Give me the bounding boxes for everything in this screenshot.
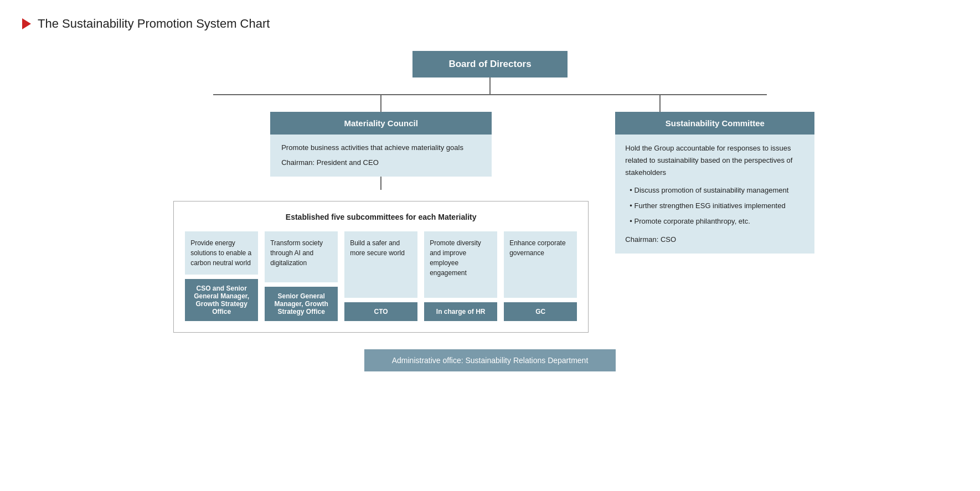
sc-bullet3-text: Promote corporate philanthropy, etc. [635, 217, 750, 225]
sc-bullet2: • Further strengthen ESG initiatives imp… [630, 200, 804, 212]
bullet2-dot: • [630, 201, 634, 210]
subcommittee-item-2: Build a safer and more secure worldCTO [344, 231, 417, 321]
materiality-council-header: Materiality Council [270, 112, 492, 135]
left-section: Materiality Council Promote business act… [158, 95, 604, 333]
subcommittee-desc-1: Transform society through AI and digital… [265, 231, 338, 282]
sustainability-committee-label: Sustainability Committee [666, 118, 765, 128]
board-of-directors-box: Board of Directors [412, 51, 568, 77]
sc-bullet1-text: Discuss promotion of sustainability mana… [635, 186, 789, 194]
page-title: The Sustainability Promotion System Char… [38, 17, 270, 31]
title-arrow-icon [22, 18, 31, 29]
materiality-council-label: Materiality Council [344, 118, 417, 128]
sc-bullet1: • Discuss promotion of sustainability ma… [630, 184, 804, 197]
sc-v-line-top [659, 95, 661, 112]
admin-office-box: Administrative office: Sustainability Re… [364, 349, 616, 371]
sc-desc-intro: Hold the Group accountable for responses… [625, 142, 804, 179]
mc-v-line-top [380, 95, 381, 112]
subcommittee-desc-3: Promote diversity and improve employee e… [424, 231, 497, 298]
bod-v-line [489, 77, 491, 94]
right-section: Sustainability Committee Hold the Group … [615, 95, 822, 254]
page-title-section: The Sustainability Promotion System Char… [22, 17, 958, 31]
materiality-desc-line1: Promote business activities that achieve… [281, 142, 481, 154]
subcommittee-role-2: CTO [344, 302, 417, 321]
sustainability-committee-desc: Hold the Group accountable for responses… [615, 135, 814, 254]
admin-box-wrapper: Administrative office: Sustainability Re… [22, 349, 958, 371]
subcommittee-desc-2: Build a safer and more secure world [344, 231, 417, 298]
sc-bullet3: • Promote corporate philanthropy, etc. [630, 215, 804, 228]
chart-container: Board of Directors Materiality Council P… [22, 51, 958, 371]
subcommittee-desc-0: Provide energy solutions to enable a car… [185, 231, 258, 275]
materiality-council-desc: Promote business activities that achieve… [270, 135, 492, 177]
mc-v-line-bottom [380, 177, 381, 190]
subcommittee-item-4: Enhance corporate governanceGC [504, 231, 577, 321]
sustainability-committee-header: Sustainability Committee [615, 112, 814, 135]
board-label: Board of Directors [448, 59, 531, 69]
h-split-line [213, 94, 767, 95]
bullet1-dot: • [630, 186, 634, 194]
subcommittee-role-3: In charge of HR [424, 302, 497, 321]
subcommittee-role-4: GC [504, 302, 577, 321]
subcommittee-item-3: Promote diversity and improve employee e… [424, 231, 497, 321]
sc-chairman: Chairman: CSO [625, 234, 804, 246]
subcommittee-desc-4: Enhance corporate governance [504, 231, 577, 298]
bullet3-dot: • [630, 217, 634, 225]
subcommittees-grid: Provide energy solutions to enable a car… [185, 231, 577, 321]
admin-office-label: Administrative office: Sustainability Re… [392, 356, 589, 365]
materiality-desc-line2: Chairman: President and CEO [281, 157, 481, 169]
subcommittee-item-0: Provide energy solutions to enable a car… [185, 231, 258, 321]
subcommittee-role-0: CSO and Senior General Manager, Growth S… [185, 279, 258, 321]
sc-bullet2-text: Further strengthen ESG initiatives imple… [635, 201, 786, 210]
subcommittees-title: Established five subcommittees for each … [185, 213, 577, 221]
subcommittee-item-1: Transform society through AI and digital… [265, 231, 338, 321]
subcommittees-outer: Established five subcommittees for each … [173, 201, 589, 333]
subcommittee-role-1: Senior General Manager, Growth Strategy … [265, 287, 338, 321]
